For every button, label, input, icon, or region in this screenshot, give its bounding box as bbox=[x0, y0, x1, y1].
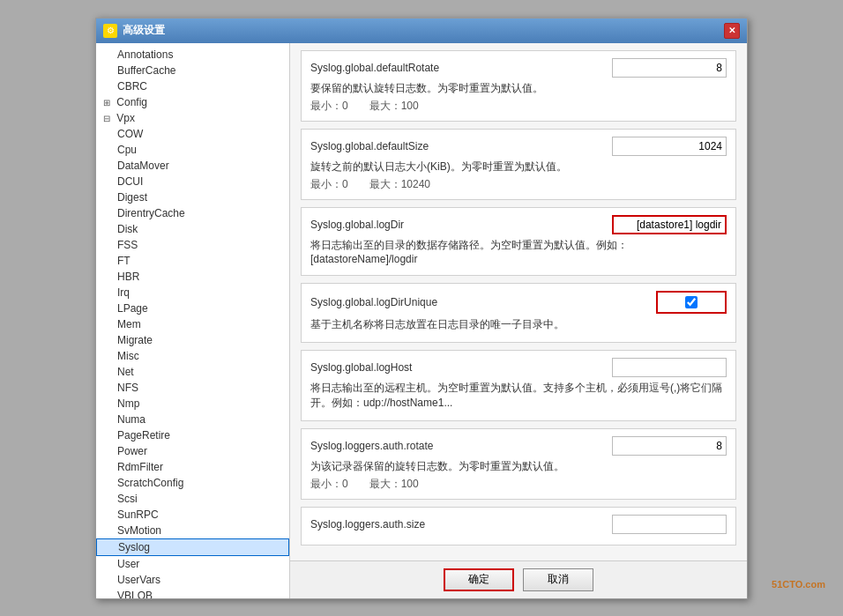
sidebar-item-digest[interactable]: Digest bbox=[96, 189, 289, 205]
setting-range-defaultRotate: 最小：0 最大：100 bbox=[310, 99, 727, 114]
sidebar-label-nfs: NFS bbox=[117, 382, 138, 394]
sidebar-item-rdmfilter[interactable]: RdmFilter bbox=[96, 459, 289, 475]
sidebar-label-vblob: VBLOB bbox=[117, 590, 153, 598]
sidebar-item-uservars[interactable]: UserVars bbox=[96, 572, 289, 588]
sidebar-item-irq[interactable]: Irq bbox=[96, 285, 289, 301]
sidebar-label-nmp: Nmp bbox=[117, 397, 139, 410]
settings-tree: AnnotationsBufferCacheCBRC⊞ Config⊟ VpxC… bbox=[96, 43, 290, 598]
sidebar-item-migrate[interactable]: Migrate bbox=[96, 332, 289, 348]
sidebar-label-syslog: Syslog bbox=[118, 541, 150, 553]
setting-desc-defaultRotate: 要保留的默认旋转日志数。为零时重置为默认值。 bbox=[310, 81, 727, 96]
expand-icon-vpx[interactable]: ⊟ bbox=[103, 114, 114, 123]
sidebar-item-syslog[interactable]: Syslog bbox=[96, 538, 289, 556]
title-bar: ⚙ 高级设置 ✕ bbox=[96, 19, 747, 43]
window-title: 高级设置 bbox=[123, 23, 165, 38]
setting-block-defaultSize: Syslog.global.defaultSize旋转之前的默认日志大小(KiB… bbox=[301, 129, 736, 200]
sidebar-label-fss: FSS bbox=[117, 239, 138, 251]
sidebar-item-cbrc[interactable]: CBRC bbox=[96, 78, 289, 94]
setting-desc-authRotate: 为该记录器保留的旋转日志数。为零时重置为默认值。 bbox=[310, 459, 727, 474]
window-icon: ⚙ bbox=[103, 24, 117, 38]
checkbox-container-logDirUnique bbox=[656, 291, 727, 314]
setting-header-logDirUnique: Syslog.global.logDirUnique bbox=[310, 291, 727, 314]
sidebar-item-config[interactable]: ⊞ Config bbox=[96, 94, 289, 110]
sidebar-label-svmotion: SvMotion bbox=[117, 524, 161, 537]
setting-header-logDir: Syslog.global.logDir bbox=[310, 215, 727, 234]
sidebar-label-cbrc: CBRC bbox=[117, 80, 147, 93]
sidebar-label-numa: Numa bbox=[117, 413, 145, 426]
setting-desc-defaultSize: 旋转之前的默认日志大小(KiB)。为零时重置为默认值。 bbox=[310, 160, 727, 174]
sidebar-label-uservars: UserVars bbox=[117, 574, 160, 586]
setting-input-logHost[interactable] bbox=[612, 358, 727, 377]
sidebar-item-ft[interactable]: FT bbox=[96, 253, 289, 269]
setting-name-authRotate: Syslog.loggers.auth.rotate bbox=[310, 440, 433, 452]
sidebar-label-pageretire: PageRetire bbox=[117, 429, 170, 442]
sidebar-item-sunrpc[interactable]: SunRPC bbox=[96, 507, 289, 523]
bottom-bar: 确定 取消 bbox=[290, 560, 747, 598]
sidebar-item-lpage[interactable]: LPage bbox=[96, 301, 289, 316]
sidebar-item-annotations[interactable]: Annotations bbox=[96, 47, 289, 63]
setting-block-logDirUnique: Syslog.global.logDirUnique基于主机名称将日志放置在日志… bbox=[301, 283, 736, 343]
sidebar-item-nmp[interactable]: Nmp bbox=[96, 396, 289, 412]
sidebar-item-disk[interactable]: Disk bbox=[96, 221, 289, 237]
sidebar-label-annotations: Annotations bbox=[117, 48, 173, 61]
setting-input-defaultSize[interactable] bbox=[612, 137, 727, 156]
sidebar-item-pageretire[interactable]: PageRetire bbox=[96, 427, 289, 443]
sidebar-item-misc[interactable]: Misc bbox=[96, 348, 289, 364]
setting-range-defaultSize: 最小：0 最大：10240 bbox=[310, 177, 727, 192]
ok-button[interactable]: 确定 bbox=[444, 568, 514, 591]
sidebar-item-dcui[interactable]: DCUI bbox=[96, 174, 289, 189]
sidebar-label-lpage: LPage bbox=[117, 302, 148, 315]
advanced-settings-window: ⚙ 高级设置 ✕ AnnotationsBufferCacheCBRC⊞ Con… bbox=[95, 18, 748, 599]
sidebar-item-vblob[interactable]: VBLOB bbox=[96, 588, 289, 598]
sidebar-label-migrate: Migrate bbox=[117, 334, 153, 346]
sidebar-item-hbr[interactable]: HBR bbox=[96, 269, 289, 285]
sidebar-label-scsi: Scsi bbox=[117, 493, 138, 505]
cancel-button[interactable]: 取消 bbox=[523, 568, 593, 591]
sidebar-item-scratchconfig[interactable]: ScratchConfig bbox=[96, 475, 289, 491]
sidebar-item-user[interactable]: User bbox=[96, 556, 289, 572]
setting-input-authRotate[interactable] bbox=[612, 436, 727, 456]
sidebar-label-mem: Mem bbox=[117, 318, 141, 330]
sidebar-item-datamover[interactable]: DataMover bbox=[96, 158, 289, 174]
expand-icon-config[interactable]: ⊞ bbox=[103, 98, 114, 108]
sidebar-label-cow: COW bbox=[117, 128, 143, 140]
setting-input-authSize[interactable] bbox=[612, 515, 727, 534]
sidebar-item-cow[interactable]: COW bbox=[96, 126, 289, 142]
setting-name-logDirUnique: Syslog.global.logDirUnique bbox=[310, 296, 437, 308]
setting-input-defaultRotate[interactable] bbox=[612, 58, 727, 78]
sidebar-label-power: Power bbox=[117, 445, 147, 457]
sidebar-label-net: Net bbox=[117, 366, 134, 378]
setting-name-logDir: Syslog.global.logDir bbox=[310, 219, 404, 231]
setting-name-defaultSize: Syslog.global.defaultSize bbox=[310, 140, 429, 152]
sidebar-label-config: Config bbox=[116, 96, 147, 108]
sidebar-item-vpx[interactable]: ⊟ Vpx bbox=[96, 110, 289, 126]
setting-block-authRotate: Syslog.loggers.auth.rotate为该记录器保留的旋转日志数。… bbox=[301, 428, 736, 500]
setting-desc-logDir: 将日志输出至的目录的数据存储路径。为空时重置为默认值。例如：[datastore… bbox=[310, 238, 727, 265]
setting-input-logDir[interactable] bbox=[612, 215, 727, 234]
sidebar-item-nfs[interactable]: NFS bbox=[96, 380, 289, 396]
sidebar-item-numa[interactable]: Numa bbox=[96, 412, 289, 427]
settings-area: Syslog.global.defaultRotate要保留的默认旋转日志数。为… bbox=[290, 43, 747, 560]
sidebar-label-ft: FT bbox=[117, 255, 131, 267]
sidebar-label-buffercache: BufferCache bbox=[117, 64, 176, 77]
sidebar-label-cpu: Cpu bbox=[117, 144, 137, 156]
sidebar-item-direntrycache[interactable]: DirentryCache bbox=[96, 205, 289, 221]
setting-block-logDir: Syslog.global.logDir将日志输出至的目录的数据存储路径。为空时… bbox=[301, 207, 736, 276]
sidebar-item-power[interactable]: Power bbox=[96, 443, 289, 459]
sidebar-label-sunrpc: SunRPC bbox=[117, 508, 159, 521]
sidebar-label-direntrycache: DirentryCache bbox=[117, 207, 185, 219]
sidebar-item-scsi[interactable]: Scsi bbox=[96, 491, 289, 507]
sidebar-item-svmotion[interactable]: SvMotion bbox=[96, 523, 289, 538]
close-button[interactable]: ✕ bbox=[724, 23, 740, 39]
sidebar-item-cpu[interactable]: Cpu bbox=[96, 142, 289, 158]
sidebar-label-hbr: HBR bbox=[117, 271, 139, 283]
sidebar-item-net[interactable]: Net bbox=[96, 364, 289, 380]
setting-name-authSize: Syslog.loggers.auth.size bbox=[310, 518, 425, 531]
checkbox-logDirUnique[interactable] bbox=[685, 296, 698, 308]
sidebar-item-mem[interactable]: Mem bbox=[96, 316, 289, 332]
sidebar-item-buffercache[interactable]: BufferCache bbox=[96, 63, 289, 78]
watermark: 51CTO.com bbox=[772, 579, 825, 590]
sidebar-label-vpx: Vpx bbox=[116, 112, 135, 124]
sidebar-item-fss[interactable]: FSS bbox=[96, 237, 289, 253]
sidebar-label-scratchconfig: ScratchConfig bbox=[117, 477, 183, 489]
